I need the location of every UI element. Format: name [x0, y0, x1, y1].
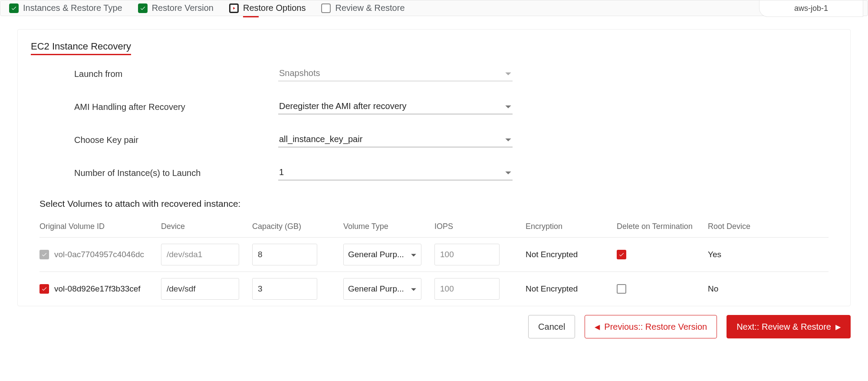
launch-from-select: Snapshots: [278, 66, 513, 81]
encryption-value: Not Encrypted: [526, 284, 617, 294]
wizard-footer: Cancel ◀ Previous:: Restore Version Next…: [0, 306, 868, 346]
col-volume-type: Volume Type: [343, 222, 434, 231]
volume-row: vol-0ac7704957c4046dc General Purp... No…: [39, 238, 829, 272]
wizard-stepbar: Instances & Restore Type Restore Version…: [0, 0, 868, 16]
button-label: Cancel: [538, 322, 565, 332]
col-iops: IOPS: [434, 222, 526, 231]
select-value: Deregister the AMI after recovery: [279, 101, 406, 111]
chevron-down-icon: [411, 250, 417, 259]
volumes-table-head: Original Volume ID Device Capacity (GB) …: [39, 217, 829, 238]
ami-handling-label: AMI Handling after Recovery: [31, 102, 278, 112]
device-input[interactable]: [161, 278, 239, 300]
delete-on-term-checkbox[interactable]: [617, 284, 626, 294]
key-pair-select[interactable]: all_instance_key_pair: [278, 133, 513, 147]
cancel-button[interactable]: Cancel: [528, 315, 575, 338]
volume-id: vol-0ac7704957c4046dc: [54, 250, 144, 259]
select-value: General Purp...: [348, 250, 404, 259]
num-instances-select[interactable]: 1: [278, 166, 513, 180]
col-device: Device: [161, 222, 252, 231]
previous-button[interactable]: ◀ Previous:: Restore Version: [585, 315, 717, 338]
chevron-down-icon: [505, 134, 512, 144]
col-capacity: Capacity (GB): [252, 222, 343, 231]
volume-select-checkbox: [39, 250, 49, 259]
delete-on-term-checkbox[interactable]: [617, 250, 626, 259]
ami-handling-select[interactable]: Deregister the AMI after recovery: [278, 99, 513, 114]
step-restore-options[interactable]: Restore Options: [229, 3, 306, 13]
chevron-left-icon: ◀: [595, 323, 600, 331]
chevron-down-icon: [505, 68, 512, 78]
select-value: all_instance_key_pair: [279, 134, 362, 144]
step-instances-restore-type[interactable]: Instances & Restore Type: [9, 3, 122, 13]
iops-input[interactable]: [434, 244, 500, 265]
volume-id: vol-08d926e17f3b33cef: [54, 284, 141, 294]
step-label: Review & Restore: [335, 3, 404, 13]
unchecked-icon: [321, 3, 331, 13]
step-review-restore[interactable]: Review & Restore: [321, 3, 404, 13]
step-label: Restore Version: [152, 3, 214, 13]
col-root-device: Root Device: [708, 222, 799, 231]
volume-type-select[interactable]: General Purp...: [343, 278, 421, 300]
volume-row: vol-08d926e17f3b33cef General Purp... No…: [39, 272, 829, 306]
next-button[interactable]: Next:: Review & Restore ▶: [727, 315, 851, 338]
device-input[interactable]: [161, 244, 239, 265]
button-label: Next:: Review & Restore: [736, 322, 831, 332]
select-value: Snapshots: [279, 68, 320, 78]
col-delete-on-term: Delete on Termination: [617, 222, 708, 231]
launch-from-label: Launch from: [31, 69, 278, 79]
step-label: Instances & Restore Type: [23, 3, 122, 13]
capacity-input[interactable]: [252, 244, 317, 265]
root-device-value: Yes: [708, 250, 799, 259]
button-label: Previous:: Restore Version: [604, 322, 707, 332]
card-title: EC2 Instance Recovery: [31, 41, 131, 55]
num-instances-label: Number of Instance(s) to Launch: [31, 168, 278, 178]
step-restore-version[interactable]: Restore Version: [138, 3, 214, 13]
select-value: 1: [279, 167, 284, 177]
key-pair-label: Choose Key pair: [31, 135, 278, 145]
check-icon: [138, 3, 148, 13]
root-device-value: No: [708, 284, 799, 294]
iops-input[interactable]: [434, 278, 500, 300]
col-encryption: Encryption: [526, 222, 617, 231]
capacity-input[interactable]: [252, 278, 317, 300]
chevron-down-icon: [411, 284, 417, 294]
check-icon: [9, 3, 19, 13]
ec2-recovery-card: EC2 Instance Recovery Launch from Snapsh…: [17, 29, 851, 306]
volume-type-select[interactable]: General Purp...: [343, 244, 421, 265]
chevron-right-icon: ▶: [835, 323, 841, 331]
col-original-volume-id: Original Volume ID: [39, 222, 161, 231]
step-label: Restore Options: [243, 3, 306, 13]
chevron-down-icon: [505, 101, 512, 111]
play-icon: [229, 3, 239, 13]
volumes-heading: Select Volumes to attach with recovered …: [39, 199, 837, 209]
encryption-value: Not Encrypted: [526, 250, 617, 259]
select-value: General Purp...: [348, 284, 404, 294]
job-name-tab: aws-job-1: [759, 0, 863, 17]
volume-select-checkbox[interactable]: [39, 284, 49, 294]
chevron-down-icon: [505, 167, 512, 177]
